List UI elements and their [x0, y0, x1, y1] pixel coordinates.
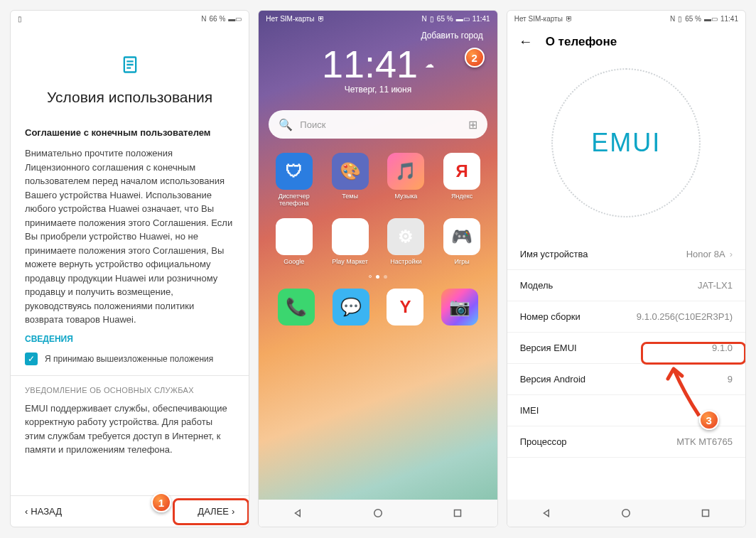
search-placeholder: Поиск — [300, 119, 460, 130]
app-grid: 🛡Диспетчер телефона🎨Темы🎵МузыкаЯЯндекс — [259, 147, 497, 212]
nav-home-icon[interactable] — [620, 507, 632, 520]
add-city-link[interactable]: Добавить город — [259, 26, 497, 41]
info-label: Модель — [520, 280, 554, 291]
battery-icon: ▬▭ — [456, 15, 470, 23]
svg-point-6 — [622, 510, 630, 517]
app-label: Музыка — [394, 193, 417, 200]
phone-screen-about: Нет SIM-карты⛨ N ▯ 65 % ▬▭ 11:41 ← О тел… — [507, 10, 746, 527]
app-icon: ⚙ — [387, 218, 424, 255]
info-value: JAT-LX1 — [698, 280, 733, 291]
app-dock[interactable]: 📞 — [278, 289, 315, 326]
info-row-имя-устройства[interactable]: Имя устройстваHonor 8A› — [507, 239, 745, 270]
status-bar: ▯ N 66 % ▬▭ — [11, 11, 249, 26]
status-bar: Нет SIM-карты⛨ N ▯ 65 % ▬▭ 11:41 — [259, 11, 497, 26]
app-icon: 🎮 — [443, 218, 480, 255]
app-icon: ▶ — [332, 218, 369, 255]
dot — [369, 275, 372, 278]
back-button[interactable]: ‹НАЗАД — [25, 506, 62, 517]
status-bar: Нет SIM-карты⛨ N ▯ 65 % ▬▭ 11:41 — [507, 11, 745, 26]
document-icon — [25, 55, 234, 77]
svg-rect-5 — [454, 510, 460, 517]
page-indicator — [259, 271, 497, 283]
clock-time: 11:41 — [322, 45, 418, 83]
app-dock[interactable]: 💬 — [333, 289, 369, 326]
app-диспетчер-телефона[interactable]: 🛡Диспетчер телефона — [269, 153, 319, 207]
eula-body: Внимательно прочтите положения Лицензион… — [25, 146, 234, 327]
nav-recent-icon[interactable] — [699, 507, 712, 520]
info-label: Процессор — [520, 436, 567, 447]
nfc-icon: N — [201, 15, 206, 23]
info-row-модель: МодельJAT-LX1 — [507, 270, 745, 301]
nav-recent-icon[interactable] — [451, 507, 464, 520]
battery-icon: ▬▭ — [704, 15, 718, 23]
info-value: 9.1.0.256(C10E2R3P1) — [637, 311, 733, 322]
about-header: ← О телефоне — [507, 26, 745, 57]
clock-widget[interactable]: 11:41 ☁ Четверг, 11 июня — [259, 41, 497, 97]
app-label: Яндекс — [451, 193, 472, 200]
chevron-right-icon: › — [730, 249, 733, 259]
app-настройки[interactable]: ⚙Настройки — [381, 218, 431, 265]
page-title: Условия использования — [25, 89, 234, 106]
info-value: 9 — [728, 374, 733, 384]
app-label: Игры — [455, 258, 470, 265]
app-icon: Y — [387, 289, 423, 326]
nav-back-icon[interactable] — [541, 507, 554, 520]
app-label: Диспетчер телефона — [269, 193, 319, 207]
android-navbar — [259, 500, 497, 527]
phone-screen-terms: ▯ N 66 % ▬▭ Условия использования Соглаш… — [10, 10, 249, 527]
sim-status: Нет SIM-карты — [514, 15, 563, 23]
clock-date: Четверг, 11 июня — [259, 85, 497, 95]
battery-icon: ▬▭ — [228, 15, 242, 23]
app-icon: 🎵 — [387, 153, 424, 190]
app-google[interactable]: GGoogle — [269, 218, 319, 265]
app-play-маркет[interactable]: ▶Play Маркет — [325, 218, 375, 265]
app-яндекс[interactable]: ЯЯндекс — [437, 153, 487, 207]
dot — [384, 275, 387, 279]
checkbox-icon[interactable]: ✓ — [25, 353, 38, 365]
phone-screen-home: Нет SIM-карты⛨ N ▯ 65 % ▬▭ 11:41 Добавит… — [258, 10, 497, 527]
services-heading: УВЕДОМЛЕНИЕ ОБ ОСНОВНЫХ СЛУЖБАХ — [25, 386, 234, 394]
battery-text: 65 % — [437, 15, 453, 23]
app-label: Play Маркет — [332, 258, 367, 265]
shield-icon: ⛨ — [318, 15, 325, 23]
accept-checkbox-row[interactable]: ✓ Я принимаю вышеизложенные положения — [25, 353, 234, 365]
nav-home-icon[interactable] — [372, 507, 384, 520]
callout-badge-1: 1 — [151, 493, 171, 512]
app-label: Google — [284, 258, 304, 265]
sim-icon: ▯ — [18, 15, 22, 23]
back-arrow-icon[interactable]: ← — [519, 33, 533, 50]
battery-text: 66 % — [210, 15, 226, 23]
nfc-icon: N — [670, 15, 675, 23]
app-dock[interactable]: 📷 — [441, 289, 478, 326]
callout-badge-2: 2 — [465, 48, 485, 68]
app-dock[interactable]: Y — [387, 289, 423, 326]
vibrate-icon: ▯ — [678, 15, 682, 23]
info-row-процессор: ПроцессорMTK MT6765 — [507, 426, 745, 458]
clock-text: 11:41 — [472, 15, 490, 23]
nav-back-icon[interactable] — [292, 507, 305, 520]
details-link[interactable]: СВЕДЕНИЯ — [25, 334, 234, 344]
emui-logo: EMUI — [551, 68, 701, 217]
app-темы[interactable]: 🎨Темы — [325, 153, 375, 207]
shield-icon: ⛨ — [566, 15, 573, 23]
sim-status: Нет SIM-карты — [266, 15, 314, 23]
search-bar[interactable]: 🔍 Поиск ⊞ — [269, 110, 487, 139]
divider — [11, 375, 249, 376]
app-icon: 📷 — [441, 289, 478, 326]
app-icon: 🎨 — [332, 153, 369, 190]
app-игры[interactable]: 🎮Игры — [437, 218, 487, 265]
scan-icon[interactable]: ⊞ — [468, 118, 477, 131]
svg-rect-7 — [703, 510, 709, 517]
app-icon: G — [276, 218, 313, 255]
dot-active — [376, 275, 379, 279]
search-icon: 🔍 — [279, 118, 293, 131]
info-label: IMEI — [520, 405, 539, 416]
chevron-left-icon: ‹ — [25, 506, 28, 517]
app-музыка[interactable]: 🎵Музыка — [381, 153, 431, 207]
app-icon: Я — [443, 153, 480, 190]
weather-icon: ☁ — [425, 60, 434, 69]
accept-label: Я принимаю вышеизложенные положения — [45, 354, 213, 364]
app-icon: 📞 — [278, 289, 315, 326]
vibrate-icon: ▯ — [430, 15, 434, 23]
services-body: EMUI поддерживает службы, обеспечивающие… — [25, 402, 234, 457]
